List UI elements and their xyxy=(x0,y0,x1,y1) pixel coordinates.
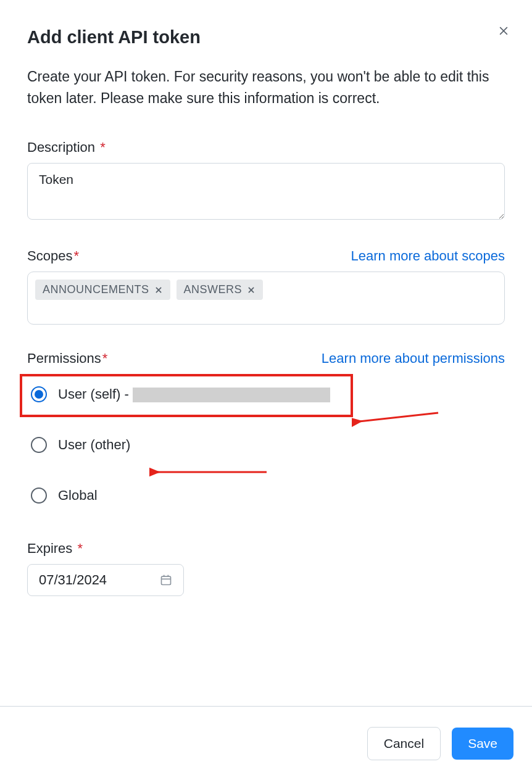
save-button[interactable]: Save xyxy=(452,728,513,760)
remove-tag-icon[interactable] xyxy=(154,286,163,294)
scopes-input[interactable]: ANNOUNCEMENTS ANSWERS xyxy=(27,272,505,325)
modal-subtitle: Create your API token. For security reas… xyxy=(27,66,505,109)
expires-field-group: Expires * 07/31/2024 xyxy=(27,541,505,596)
cancel-button[interactable]: Cancel xyxy=(367,727,441,760)
radio-user-self-label: User (self) - xyxy=(58,386,330,402)
redacted-username xyxy=(133,388,330,402)
scope-tag: ANSWERS xyxy=(177,280,264,300)
permission-global-row[interactable]: Global xyxy=(27,480,505,511)
permissions-learn-more-link[interactable]: Learn more about permissions xyxy=(322,351,505,367)
description-label: Description * xyxy=(27,139,106,156)
radio-global[interactable] xyxy=(31,487,47,504)
svg-rect-6 xyxy=(162,576,171,584)
radio-global-label: Global xyxy=(58,487,98,504)
expires-input[interactable]: 07/31/2024 xyxy=(27,564,184,596)
scope-tag: ANNOUNCEMENTS xyxy=(35,280,170,300)
description-field-group: Description * xyxy=(27,139,505,222)
calendar-icon xyxy=(160,574,172,586)
close-icon[interactable] xyxy=(496,23,511,38)
modal-footer: Cancel Save xyxy=(0,706,532,780)
permissions-field-group: Permissions* Learn more about permission… xyxy=(27,351,505,511)
expires-label: Expires * xyxy=(27,541,83,557)
permission-user-self-row[interactable]: User (self) - xyxy=(27,379,505,410)
scopes-label: Scopes* xyxy=(27,248,79,264)
modal-title: Add client API token xyxy=(27,27,505,48)
permissions-radio-group: User (self) - User (other) Global xyxy=(27,379,505,511)
expires-value: 07/31/2024 xyxy=(39,572,107,588)
radio-user-other[interactable] xyxy=(31,437,47,453)
remove-tag-icon[interactable] xyxy=(247,286,256,294)
scope-tag-label: ANNOUNCEMENTS xyxy=(43,283,149,296)
scope-tag-label: ANSWERS xyxy=(184,283,243,296)
permission-user-other-row[interactable]: User (other) xyxy=(27,429,505,460)
scopes-learn-more-link[interactable]: Learn more about scopes xyxy=(351,248,505,264)
radio-user-self[interactable] xyxy=(31,386,47,402)
description-input[interactable] xyxy=(27,163,505,220)
scopes-field-group: Scopes* Learn more about scopes ANNOUNCE… xyxy=(27,248,505,325)
add-api-token-modal: Add client API token Create your API tok… xyxy=(0,0,532,706)
radio-user-other-label: User (other) xyxy=(58,437,130,453)
permissions-label: Permissions* xyxy=(27,351,107,367)
